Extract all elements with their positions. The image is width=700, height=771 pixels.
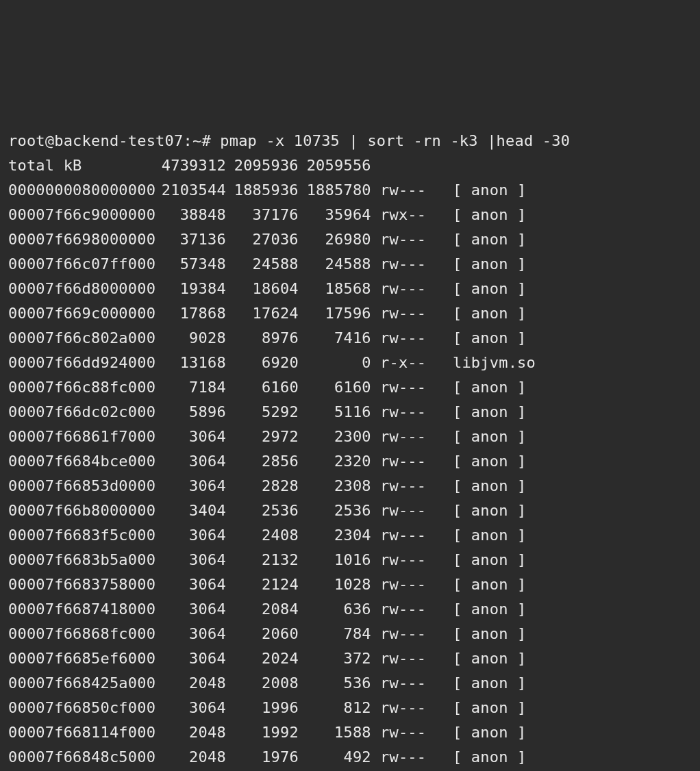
col-mode: rw--- <box>380 745 434 770</box>
col-rss: 18604 <box>226 277 299 301</box>
col-kbytes: 3064 <box>153 474 226 498</box>
pmap-row: 00007f66853d0000306428282308rw---[ anon … <box>8 474 700 498</box>
col-mapping: [ anon ] <box>453 449 527 474</box>
col-dirty: 5116 <box>299 400 371 425</box>
col-kbytes: 3404 <box>153 498 226 523</box>
col-kbytes: 57348 <box>153 252 226 277</box>
col-address: 00007f66dd924000 <box>8 351 153 375</box>
col-address: 00007f669c000000 <box>8 301 153 326</box>
pmap-row: 00007f66dd9240001316869200r-x--libjvm.so <box>8 351 700 375</box>
total-line: total kB473931220959362059556 <box>8 153 700 178</box>
command-text[interactable]: pmap -x 10735 | sort -rn -k3 |head -30 <box>220 132 570 149</box>
col-dirty: 1588 <box>299 720 371 745</box>
col-address: 00007f66b8000000 <box>8 498 153 523</box>
col-kbytes: 3064 <box>153 572 226 597</box>
col-mapping: [ anon ] <box>453 646 527 671</box>
col-rss: 2972 <box>226 425 299 449</box>
col-dirty: 2304 <box>299 523 371 548</box>
col-mapping: [ anon ] <box>453 572 527 597</box>
col-mode: rw--- <box>380 326 434 351</box>
total-label: total kB <box>8 153 153 178</box>
col-rss: 27036 <box>226 227 299 252</box>
col-address: 00007f66868fc000 <box>8 622 153 646</box>
col-dirty: 1028 <box>299 572 371 597</box>
col-mode: rw--- <box>380 696 434 720</box>
pmap-row: 00007f66dc02c000589652925116rw---[ anon … <box>8 400 700 425</box>
col-address: 00007f6683b5a000 <box>8 548 153 572</box>
pmap-row: 00007f669c000000178681762417596rw---[ an… <box>8 301 700 326</box>
col-dirty: 536 <box>299 671 371 696</box>
col-address: 00007f66853d0000 <box>8 474 153 498</box>
col-address: 00007f6684bce000 <box>8 449 153 474</box>
pmap-row: 00007f6683b5a000306421321016rw---[ anon … <box>8 548 700 572</box>
col-rss: 1885936 <box>226 178 299 203</box>
col-kbytes: 2048 <box>153 720 226 745</box>
pmap-row: 00007f66c88fc000718461606160rw---[ anon … <box>8 375 700 400</box>
col-rss: 8976 <box>226 326 299 351</box>
col-rss: 2132 <box>226 548 299 572</box>
col-dirty: 372 <box>299 646 371 671</box>
col-rss: 2408 <box>226 523 299 548</box>
col-mapping: [ anon ] <box>453 227 527 252</box>
col-rss: 1976 <box>226 745 299 770</box>
col-mapping: [ anon ] <box>453 425 527 449</box>
col-rss: 2008 <box>226 671 299 696</box>
prompt-colon: : <box>183 132 192 149</box>
col-dirty: 1016 <box>299 548 371 572</box>
col-dirty: 2320 <box>299 449 371 474</box>
pmap-row: 00007f66850cf00030641996812rw---[ anon ] <box>8 696 700 720</box>
col-kbytes: 3064 <box>153 597 226 622</box>
col-dirty: 0 <box>299 351 371 375</box>
prompt-line: root@backend-test07:~# pmap -x 10735 | s… <box>8 129 700 153</box>
col-mapping: [ anon ] <box>453 498 527 523</box>
pmap-row: 00007f66c802a000902889767416rw---[ anon … <box>8 326 700 351</box>
col-mapping: [ anon ] <box>453 523 527 548</box>
col-address: 00007f66c88fc000 <box>8 375 153 400</box>
col-kbytes: 38848 <box>153 203 226 227</box>
col-mode: rw--- <box>380 400 434 425</box>
total-dirty: 2059556 <box>299 153 371 178</box>
col-rss: 1992 <box>226 720 299 745</box>
pmap-row: 00007f668741800030642084636rw---[ anon ] <box>8 597 700 622</box>
col-rss: 17624 <box>226 301 299 326</box>
col-mode: rw--- <box>380 498 434 523</box>
col-mode: rw--- <box>380 597 434 622</box>
col-mapping: [ anon ] <box>453 178 527 203</box>
col-mode: rw--- <box>380 646 434 671</box>
col-mode: rw--- <box>380 548 434 572</box>
pmap-row: 00007f66c9000000388483717635964rwx--[ an… <box>8 203 700 227</box>
col-kbytes: 2048 <box>153 671 226 696</box>
col-rss: 2856 <box>226 449 299 474</box>
col-address: 00007f668425a000 <box>8 671 153 696</box>
col-rss: 37176 <box>226 203 299 227</box>
pmap-row: 00007f66861f7000306429722300rw---[ anon … <box>8 425 700 449</box>
terminal-output[interactable]: root@backend-test07:~# pmap -x 10735 | s… <box>8 129 700 771</box>
col-kbytes: 2103544 <box>153 178 226 203</box>
col-mapping: [ anon ] <box>453 474 527 498</box>
col-mode: rwx-- <box>380 203 434 227</box>
col-mode: rw--- <box>380 375 434 400</box>
col-dirty: 812 <box>299 696 371 720</box>
col-mapping: [ anon ] <box>453 720 527 745</box>
col-rss: 1996 <box>226 696 299 720</box>
col-mode: rw--- <box>380 523 434 548</box>
col-mapping: [ anon ] <box>453 671 527 696</box>
col-dirty: 7416 <box>299 326 371 351</box>
prompt-path: ~ <box>192 132 201 149</box>
col-mapping: libjvm.so <box>453 351 536 375</box>
col-mode: rw--- <box>380 277 434 301</box>
col-kbytes: 19384 <box>153 277 226 301</box>
pmap-row: 0000000080000000210354418859361885780rw-… <box>8 178 700 203</box>
col-mapping: [ anon ] <box>453 745 527 770</box>
col-kbytes: 3064 <box>153 696 226 720</box>
pmap-row: 00007f668114f000204819921588rw---[ anon … <box>8 720 700 745</box>
col-address: 00007f6683758000 <box>8 572 153 597</box>
pmap-row: 00007f66c07ff000573482458824588rw---[ an… <box>8 252 700 277</box>
col-mapping: [ anon ] <box>453 301 527 326</box>
total-rss: 2095936 <box>226 153 299 178</box>
col-rss: 2828 <box>226 474 299 498</box>
pmap-row: 00007f6683758000306421241028rw---[ anon … <box>8 572 700 597</box>
col-kbytes: 3064 <box>153 548 226 572</box>
col-mode: rw--- <box>380 720 434 745</box>
col-address: 00007f668114f000 <box>8 720 153 745</box>
